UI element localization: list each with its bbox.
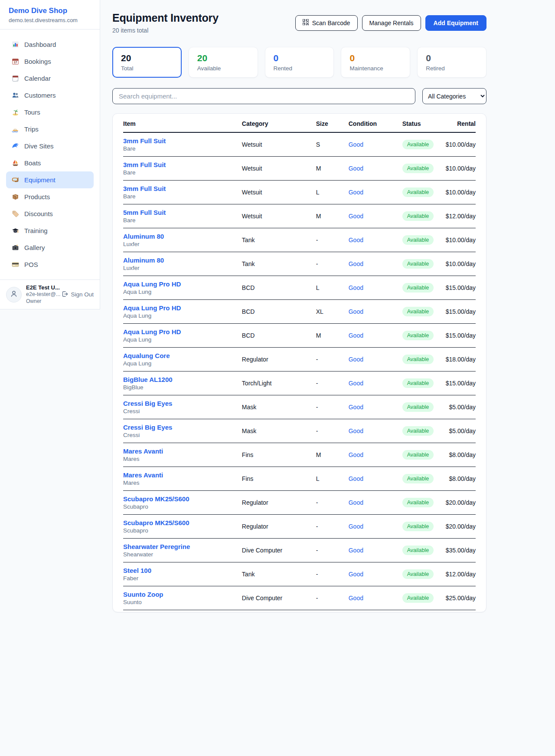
item-condition-link[interactable]: Good (349, 547, 363, 554)
item-name-link[interactable]: Aluminum 80 (123, 233, 164, 240)
sidebar-item-dive-sites[interactable]: Dive Sites (6, 138, 94, 154)
status-badge: Available (402, 593, 434, 603)
sidebar-item-products[interactable]: Products (6, 188, 94, 205)
item-name-link[interactable]: BigBlue AL1200 (123, 376, 173, 383)
bookings-calendar-icon: 17 (12, 58, 19, 65)
sidebar-item-boats[interactable]: Boats (6, 154, 94, 171)
sidebar-item-gallery[interactable]: Gallery (6, 239, 94, 256)
item-condition-link[interactable]: Good (349, 165, 363, 172)
stat-card-rented[interactable]: 0 Rented (265, 47, 334, 78)
item-name-link[interactable]: Mares Avanti (123, 471, 163, 479)
item-condition-link[interactable]: Good (349, 260, 363, 267)
palm-island-icon (12, 108, 19, 116)
sidebar-item-customers[interactable]: Customers (6, 87, 94, 104)
table-row: Shearwater Peregrine Shearwater Dive Com… (123, 539, 476, 562)
item-condition-link[interactable]: Good (349, 332, 363, 339)
sidebar-item-trips[interactable]: Trips (6, 121, 94, 138)
stat-label: Maintenance (349, 65, 402, 72)
stat-card-total[interactable]: 20 Total (112, 47, 182, 78)
item-name-link[interactable]: Cressi Big Eyes (123, 400, 172, 407)
stat-value: 20 (121, 53, 173, 63)
sidebar-item-bookings[interactable]: 17 Bookings (6, 53, 94, 70)
sidebar-item-tours[interactable]: Tours (6, 104, 94, 121)
sidebar-item-dashboard[interactable]: Dashboard (6, 36, 94, 53)
item-condition-link[interactable]: Good (349, 499, 363, 506)
item-name-link[interactable]: Aqualung Core (123, 352, 170, 359)
search-input[interactable] (112, 88, 415, 104)
status-badge: Available (402, 307, 434, 316)
item-condition-link[interactable]: Good (349, 475, 363, 482)
item-brand: Aqua Lung (123, 336, 242, 343)
dive-mask-icon (12, 176, 19, 184)
sidebar-item-calendar[interactable]: Calendar (6, 70, 94, 87)
scan-barcode-button[interactable]: Scan Barcode (295, 15, 358, 31)
item-size: L (316, 276, 349, 300)
table-row: Aqua Lung Pro HD Aqua Lung BCD XL Good A… (123, 300, 476, 324)
item-name-link[interactable]: 3mm Full Suit (123, 161, 166, 168)
item-name-link[interactable]: Aqua Lung Pro HD (123, 328, 181, 335)
sidebar-item-equipment[interactable]: Equipment (6, 171, 94, 188)
sidebar-item-discounts[interactable]: Discounts (6, 205, 94, 222)
item-condition-link[interactable]: Good (349, 189, 363, 196)
sidebar-item-label: Tours (24, 108, 40, 116)
item-condition-link[interactable]: Good (349, 213, 363, 220)
item-condition-link[interactable]: Good (349, 237, 363, 243)
sidebar-nav: Dashboard 17 Bookings Calendar Customers… (0, 30, 100, 279)
item-name-link[interactable]: Scubapro MK25/S600 (123, 495, 189, 503)
item-name-link[interactable]: Steel 100 (123, 567, 151, 574)
item-name-link[interactable]: Scubapro MK25/S600 (123, 519, 189, 526)
stat-card-retired[interactable]: 0 Retired (417, 47, 486, 78)
add-equipment-button[interactable]: Add Equipment (425, 15, 486, 31)
item-condition-link[interactable]: Good (349, 284, 363, 291)
item-name-link[interactable]: Aqua Lung Pro HD (123, 304, 181, 312)
sidebar-item-label: Dive Sites (24, 142, 54, 150)
item-category: Dive Computer (242, 586, 316, 610)
brand-title[interactable]: Demo Dive Shop (9, 7, 91, 15)
item-name-link[interactable]: Cressi Big Eyes (123, 424, 172, 431)
item-condition-link[interactable]: Good (349, 308, 363, 315)
item-name-link[interactable]: 3mm Full Suit (123, 137, 166, 145)
stat-card-maintenance[interactable]: 0 Maintenance (341, 47, 410, 78)
sidebar-item-training[interactable]: Training (6, 222, 94, 239)
item-condition-link[interactable]: Good (349, 141, 363, 148)
item-name-link[interactable]: 3mm Full Suit (123, 185, 166, 192)
item-rental-rate: $10.00/day (446, 157, 476, 181)
item-category: Mask (242, 419, 316, 443)
stat-label: Total (121, 65, 173, 72)
status-badge: Available (402, 546, 434, 555)
stat-card-available[interactable]: 20 Available (189, 47, 258, 78)
camera-icon (12, 244, 19, 251)
item-condition-link[interactable]: Good (349, 404, 363, 411)
item-name-link[interactable]: Shearwater Peregrine (123, 543, 190, 550)
item-rental-rate: $5.00/day (446, 395, 476, 419)
item-name-link[interactable]: 5mm Full Suit (123, 209, 166, 216)
table-row: Aqua Lung Pro HD Aqua Lung BCD L Good Av… (123, 276, 476, 300)
sign-out-button[interactable]: Sign Out (62, 291, 94, 299)
item-condition-link[interactable]: Good (349, 571, 363, 578)
item-category: Regulator (242, 491, 316, 515)
item-size: - (316, 395, 349, 419)
sidebar-item-label: POS (24, 261, 38, 268)
item-condition-link[interactable]: Good (349, 451, 363, 458)
status-badge: Available (402, 474, 434, 483)
item-condition-link[interactable]: Good (349, 523, 363, 530)
item-condition-link[interactable]: Good (349, 427, 363, 434)
item-name-link[interactable]: Suunto Zoop (123, 591, 163, 598)
manage-rentals-button[interactable]: Manage Rentals (362, 15, 421, 31)
person-icon (10, 290, 18, 299)
item-name-link[interactable]: Mares Avanti (123, 447, 163, 455)
item-condition-link[interactable]: Good (349, 380, 363, 387)
item-category: Regulator (242, 348, 316, 371)
item-category: BCD (242, 276, 316, 300)
item-name-link[interactable]: Aluminum 80 (123, 256, 164, 264)
item-condition-link[interactable]: Good (349, 356, 363, 363)
sidebar: Demo Dive Shop demo.test.divestreams.com… (0, 0, 100, 309)
category-select[interactable]: All Categories (422, 88, 486, 104)
svg-text:17: 17 (14, 61, 17, 64)
status-badge: Available (402, 283, 434, 293)
item-name-link[interactable]: Aqua Lung Pro HD (123, 280, 181, 288)
sidebar-item-pos[interactable]: POS (6, 256, 94, 273)
item-category: Fins (242, 443, 316, 467)
customers-icon (12, 92, 19, 99)
item-condition-link[interactable]: Good (349, 595, 363, 602)
